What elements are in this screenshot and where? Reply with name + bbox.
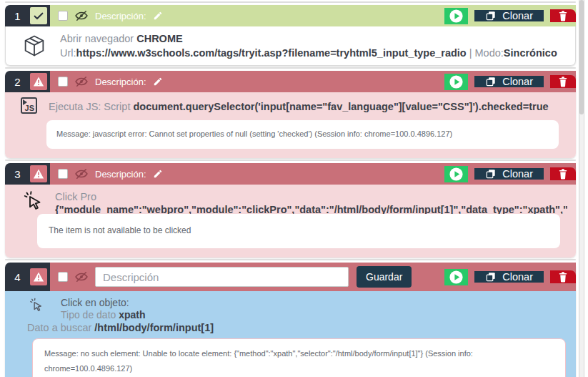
- step-separator: [5, 259, 576, 260]
- play-icon: [448, 8, 464, 24]
- action-title-prefix: Abrir navegador: [60, 33, 136, 44]
- step-number-badge: 4: [5, 263, 50, 291]
- step-1-header-bar: Descripción: Clonar: [50, 5, 576, 26]
- step-card-4: 4 Guardar: [5, 263, 576, 377]
- click-cursor-icon: [29, 297, 45, 314]
- delete-step-button[interactable]: [550, 9, 576, 22]
- clone-step-button[interactable]: Clonar: [474, 10, 544, 21]
- step-1-action-text: Abrir navegador CHROME Url:https://www.w…: [60, 31, 557, 60]
- step-4-content: Click en objeto: Tipo de dato xpath Dato…: [5, 291, 576, 377]
- package-icon: [21, 33, 47, 59]
- step-select-checkbox[interactable]: [58, 272, 68, 282]
- step-3-header: 3 Descripción:: [5, 163, 576, 185]
- step-2-content: JS Ejecuta JS: Script document.querySele…: [5, 92, 576, 158]
- js-code: document.querySelector('input[name="fav_…: [133, 101, 548, 112]
- step-4-header-bar: Guardar Clonar: [50, 263, 576, 291]
- play-icon: [448, 74, 464, 90]
- javascript-icon: JS: [21, 97, 37, 114]
- eye-slash-icon[interactable]: [74, 9, 89, 23]
- step-select-checkbox[interactable]: [58, 77, 68, 87]
- description-label: Descripción:: [95, 77, 146, 87]
- description-label: Descripción:: [95, 11, 146, 21]
- run-step-button[interactable]: [444, 166, 468, 182]
- clone-button-label: Clonar: [502, 271, 533, 283]
- delete-step-button[interactable]: [550, 270, 576, 283]
- error-message-box: Message: javascript error: Cannot set pr…: [46, 120, 559, 149]
- click-cursor-icon: [22, 190, 45, 214]
- step-3-header-bar: Descripción: Clonar: [50, 163, 576, 185]
- edit-description-icon[interactable]: [153, 11, 163, 21]
- scrollbar[interactable]: [579, 0, 584, 377]
- warning-icon: [32, 167, 45, 180]
- warning-icon: [32, 75, 45, 88]
- status-error-box: [30, 165, 47, 182]
- error-message-box: The item is not available to be clicked: [37, 214, 560, 248]
- step-1-header: 1 Descripción:: [5, 5, 576, 26]
- run-step-button[interactable]: [444, 269, 468, 285]
- url-value: https://www.w3schools.com/tags/tryit.asp…: [76, 47, 467, 59]
- status-error-box: [30, 268, 47, 285]
- step-separator: [5, 67, 576, 69]
- step-number: 4: [5, 263, 30, 291]
- step-number-badge: 1: [5, 5, 50, 26]
- eye-slash-icon[interactable]: [74, 74, 89, 89]
- step-2-header-bar: Descripción: Clonar: [50, 71, 576, 92]
- step-number: 3: [5, 163, 30, 185]
- automation-steps-screen: 1 Descripción:: [0, 0, 588, 377]
- description-input[interactable]: [95, 267, 349, 287]
- trash-icon: [557, 167, 569, 180]
- scrollbar-thumb[interactable]: [579, 0, 584, 114]
- clone-button-label: Clonar: [502, 10, 533, 21]
- status-error-box: [30, 73, 47, 90]
- step-card-3: 3 Descripción:: [5, 163, 576, 258]
- clone-step-button[interactable]: Clonar: [474, 271, 544, 283]
- edit-description-icon[interactable]: [153, 77, 163, 87]
- run-step-button[interactable]: [444, 74, 468, 90]
- delete-step-button[interactable]: [550, 167, 576, 180]
- step-1-content: Abrir navegador CHROME Url:https://www.w…: [5, 26, 576, 66]
- step-number: 1: [5, 5, 30, 26]
- copy-icon: [485, 10, 497, 21]
- data-type-label: Tipo de dato: [61, 309, 119, 320]
- search-data-line: Dato a buscar /html/body/form/input[1]: [27, 321, 567, 334]
- step-4-header: 4 Guardar: [5, 263, 576, 291]
- action-title: Click en objeto:: [61, 297, 146, 309]
- step-3-action-text: Click Pro {"module_name":"webpro","modul…: [55, 190, 567, 214]
- step-separator: [5, 1, 576, 3]
- delete-step-button[interactable]: [550, 75, 576, 88]
- clone-button-label: Clonar: [502, 76, 533, 87]
- warning-icon: [32, 270, 45, 283]
- save-description-button[interactable]: Guardar: [357, 266, 412, 288]
- browser-name: CHROME: [136, 33, 182, 44]
- step-card-1: 1 Descripción:: [5, 5, 576, 66]
- step-4-action-text: Click en objeto: Tipo de dato xpath: [61, 295, 146, 321]
- search-data-value: /html/body/form/input[1]: [94, 322, 214, 333]
- mode-label: | Modo:: [467, 47, 504, 59]
- trash-icon: [557, 270, 569, 283]
- trash-icon: [557, 9, 569, 22]
- eye-slash-icon[interactable]: [74, 270, 89, 284]
- run-step-button[interactable]: [444, 8, 468, 24]
- copy-icon: [485, 76, 497, 87]
- data-type-value: xpath: [119, 309, 145, 320]
- description-label: Descripción:: [95, 169, 146, 180]
- error-message-text: The item is not available to be clicked: [49, 225, 191, 235]
- eye-slash-icon[interactable]: [74, 167, 89, 181]
- clone-step-button[interactable]: Clonar: [474, 168, 544, 180]
- clone-step-button[interactable]: Clonar: [474, 76, 544, 87]
- play-icon: [448, 166, 464, 182]
- edit-description-icon[interactable]: [153, 169, 163, 179]
- step-select-checkbox[interactable]: [58, 169, 68, 179]
- error-message-box: Message: no such element: Unable to loca…: [32, 338, 566, 377]
- search-data-label: Dato a buscar: [27, 322, 94, 333]
- url-label: Url:: [60, 47, 76, 59]
- step-separator: [5, 160, 576, 161]
- step-number: 2: [5, 71, 30, 92]
- step-card-2: 2 Descripción:: [5, 71, 576, 158]
- status-success-box: [30, 7, 47, 24]
- step-2-header: 2 Descripción:: [5, 71, 576, 92]
- step-number-badge: 2: [5, 71, 50, 92]
- step-3-content: Click Pro {"module_name":"webpro","modul…: [5, 185, 576, 258]
- step-select-checkbox[interactable]: [58, 11, 68, 21]
- mode-value: Sincrónico: [504, 47, 557, 59]
